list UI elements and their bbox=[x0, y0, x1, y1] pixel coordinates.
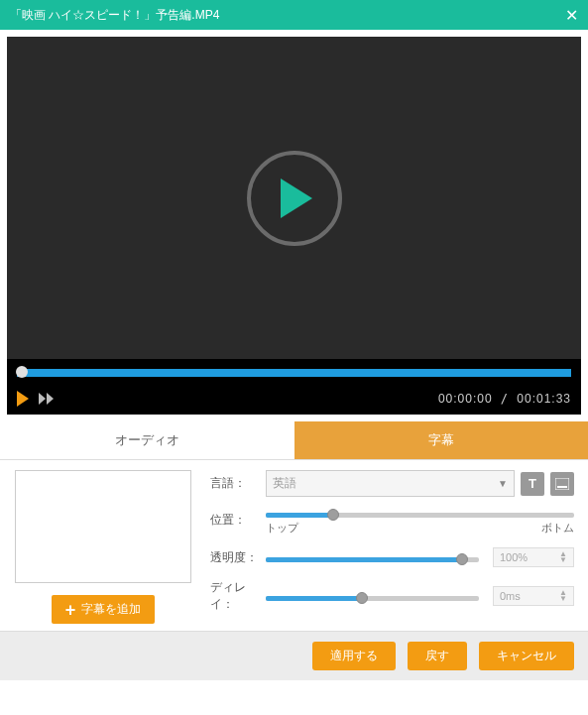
close-icon[interactable]: ✕ bbox=[565, 6, 578, 25]
tab-bar: オーディオ 字幕 bbox=[0, 421, 588, 460]
slider-thumb[interactable] bbox=[356, 592, 368, 604]
cancel-button[interactable]: キャンセル bbox=[479, 642, 574, 670]
opacity-label: 透明度： bbox=[210, 549, 266, 566]
chevron-down-icon: ▼ bbox=[498, 478, 508, 489]
add-subtitle-button[interactable]: + 字幕を追加 bbox=[52, 595, 156, 624]
spinner-arrows-icon: ▲▼ bbox=[559, 551, 567, 563]
window-title: 「映画 ハイ☆スピード！」予告編.MP4 bbox=[10, 7, 219, 24]
back-button[interactable]: 戻す bbox=[408, 642, 467, 670]
play-button[interactable] bbox=[17, 391, 29, 407]
text-style-button[interactable]: T bbox=[521, 472, 544, 496]
delay-slider[interactable] bbox=[266, 596, 479, 601]
window-titlebar: 「映画 ハイ☆スピード！」予告編.MP4 ✕ bbox=[0, 0, 588, 30]
player-controls: 00:00:00 / 00:01:33 bbox=[7, 359, 581, 415]
timeline-scrubber[interactable] bbox=[16, 366, 28, 378]
apply-button[interactable]: 適用する bbox=[312, 642, 396, 670]
opacity-spinner[interactable]: 100% ▲▼ bbox=[493, 547, 574, 567]
tab-subtitle[interactable]: 字幕 bbox=[294, 421, 589, 459]
position-slider[interactable] bbox=[266, 513, 574, 518]
slider-thumb[interactable] bbox=[327, 509, 339, 521]
delay-label: ディレイ： bbox=[210, 579, 266, 613]
opacity-slider[interactable] bbox=[266, 557, 479, 562]
subtitle-preview-box bbox=[15, 470, 191, 583]
position-label: 位置： bbox=[210, 512, 266, 529]
next-button[interactable] bbox=[39, 393, 54, 405]
spinner-arrows-icon: ▲▼ bbox=[559, 590, 567, 602]
slider-thumb[interactable] bbox=[456, 553, 468, 565]
svg-rect-2 bbox=[557, 486, 567, 488]
delay-spinner[interactable]: 0ms ▲▼ bbox=[493, 586, 574, 606]
player-panel: 00:00:00 / 00:01:33 bbox=[0, 30, 588, 421]
position-right-label: ボトム bbox=[541, 521, 574, 536]
svg-marker-0 bbox=[281, 179, 312, 218]
timeline-slider[interactable] bbox=[17, 369, 571, 377]
subtitle-panel: + 字幕を追加 言語： 英語 ▼ T 位置： トップ bbox=[0, 460, 588, 631]
time-display: 00:00:00 / 00:01:33 bbox=[438, 392, 571, 406]
position-left-label: トップ bbox=[266, 521, 298, 536]
language-select[interactable]: 英語 ▼ bbox=[266, 470, 515, 497]
layout-icon bbox=[555, 478, 569, 490]
svg-rect-1 bbox=[555, 478, 569, 490]
big-play-button[interactable] bbox=[247, 151, 342, 246]
tab-audio[interactable]: オーディオ bbox=[0, 421, 294, 459]
dialog-footer: 適用する 戻す キャンセル bbox=[0, 631, 588, 680]
plus-icon: + bbox=[65, 603, 76, 617]
video-preview bbox=[7, 37, 581, 359]
language-label: 言語： bbox=[210, 475, 266, 492]
subtitle-layout-button[interactable] bbox=[550, 472, 574, 496]
play-icon bbox=[281, 179, 316, 218]
